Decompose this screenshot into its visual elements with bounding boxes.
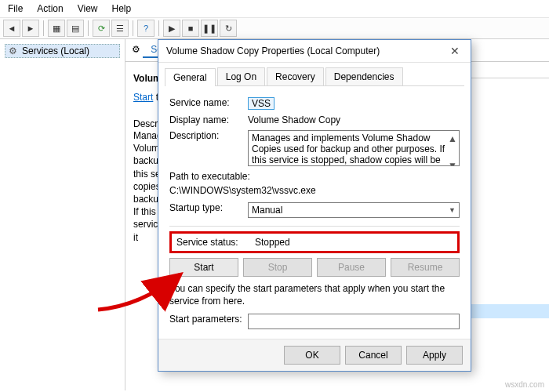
dialog-titlebar: Volume Shadow Copy Properties (Local Com… — [158, 40, 471, 63]
start-params-label: Start parameters: — [169, 314, 248, 325]
divider — [169, 226, 460, 227]
tab-recovery[interactable]: Recovery — [267, 67, 324, 85]
menu-action[interactable]: Action — [37, 3, 63, 14]
service-status-highlight: Service status: Stopped — [169, 231, 460, 253]
forward-button[interactable]: ► — [22, 20, 39, 37]
chevron-down-icon[interactable]: ▼ — [448, 160, 457, 166]
properties-button[interactable]: ☰ — [111, 20, 129, 37]
description-label: Description: — [169, 130, 248, 141]
menu-help[interactable]: Help — [112, 3, 132, 14]
dialog-title: Volume Shadow Copy Properties (Local Com… — [166, 45, 380, 56]
pause-button: Pause — [317, 258, 386, 277]
dialog-body: Service name: VSS Display name: Volume S… — [158, 86, 471, 339]
export-button[interactable]: ▤ — [67, 20, 84, 37]
scroll-arrows[interactable]: ▲▼ — [448, 133, 457, 166]
watermark: wsxdn.com — [505, 380, 544, 389]
start-params-input[interactable] — [248, 314, 460, 329]
refresh-button[interactable]: ⟳ — [93, 20, 110, 37]
restart-service-button[interactable]: ↻ — [220, 20, 237, 37]
properties-dialog: Volume Shadow Copy Properties (Local Com… — [158, 39, 471, 372]
startup-type-label: Startup type: — [169, 202, 248, 213]
resume-button: Resume — [391, 258, 460, 277]
menu-file[interactable]: File — [8, 3, 23, 14]
toolbar: ◄ ► ▦ ▤ ⟳ ☰ ? ▶ ■ ❚❚ ↻ — [0, 18, 549, 39]
gear-icon: ⚙ — [9, 45, 17, 56]
tab-logon[interactable]: Log On — [217, 67, 265, 85]
service-status-value: Stopped — [255, 237, 290, 248]
help-button[interactable]: ? — [137, 20, 155, 37]
service-control-buttons: Start Stop Pause Resume — [169, 258, 460, 277]
service-status-label: Service status: — [176, 237, 255, 248]
gear-icon: ⚙ — [132, 44, 140, 55]
cancel-button[interactable]: Cancel — [345, 346, 402, 365]
tab-general[interactable]: General — [165, 68, 216, 86]
stop-button: Stop — [243, 258, 312, 277]
tree-node-label: Services (Local) — [22, 45, 89, 56]
menubar: File Action View Help — [0, 0, 549, 18]
show-hide-button[interactable]: ▦ — [48, 20, 65, 37]
service-name-value: VSS — [248, 97, 274, 110]
back-button[interactable]: ◄ — [3, 20, 20, 37]
path-label: Path to executable: — [169, 171, 460, 182]
start-link[interactable]: Start — [133, 92, 153, 103]
start-button[interactable]: Start — [169, 258, 238, 277]
path-value: C:\WINDOWS\system32\vssvc.exe — [169, 185, 460, 196]
tree-node-services-local[interactable]: ⚙ Services (Local) — [5, 44, 120, 58]
chevron-down-icon: ▼ — [449, 206, 456, 214]
description-box[interactable]: Manages and implements Volume Shadow Cop… — [248, 130, 460, 166]
separator — [43, 20, 44, 36]
separator — [158, 20, 159, 36]
separator — [133, 20, 133, 36]
pause-service-button[interactable]: ❚❚ — [201, 20, 218, 37]
start-params-note: You can specify the start parameters tha… — [169, 283, 460, 307]
dialog-tabs: General Log On Recovery Dependencies — [165, 67, 464, 86]
description-value: Manages and implements Volume Shadow Cop… — [252, 132, 445, 166]
startup-type-value: Manual — [252, 205, 282, 216]
startup-type-select[interactable]: Manual ▼ — [248, 202, 460, 218]
tree-panel: ⚙ Services (Local) — [0, 39, 125, 390]
menu-view[interactable]: View — [78, 3, 98, 14]
separator — [88, 20, 89, 36]
close-icon[interactable]: ✕ — [447, 45, 463, 57]
dialog-footer: OK Cancel Apply — [158, 339, 471, 371]
start-service-button[interactable]: ▶ — [163, 20, 180, 37]
apply-button[interactable]: Apply — [406, 346, 463, 365]
stop-service-button[interactable]: ■ — [182, 20, 199, 37]
ok-button[interactable]: OK — [284, 346, 340, 365]
display-name-label: Display name: — [169, 114, 248, 125]
tab-dependencies[interactable]: Dependencies — [325, 67, 403, 85]
chevron-up-icon[interactable]: ▲ — [448, 133, 457, 144]
service-name-label: Service name: — [169, 97, 248, 108]
display-name-value: Volume Shadow Copy — [248, 114, 460, 125]
